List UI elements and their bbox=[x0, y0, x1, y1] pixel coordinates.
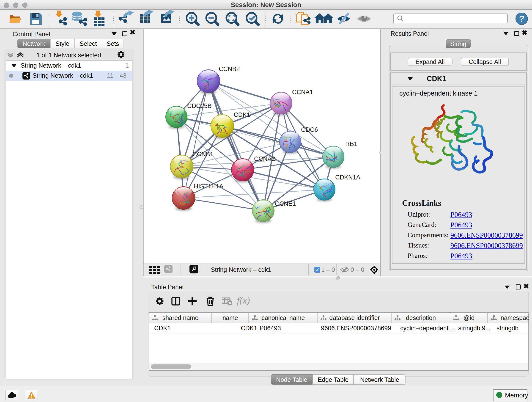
svg-text:CCNB1: CCNB1 bbox=[192, 151, 214, 158]
svg-text:CCNE1: CCNE1 bbox=[275, 200, 296, 207]
svg-text:?: ? bbox=[519, 14, 524, 24]
svg-text:CDKN1A: CDKN1A bbox=[335, 174, 360, 181]
svg-text:HIST1H1A: HIST1H1A bbox=[194, 183, 223, 190]
svg-text:CCNB2: CCNB2 bbox=[219, 65, 240, 72]
svg-text:CCNA2: CCNA2 bbox=[254, 155, 275, 162]
svg-text:CDK1: CDK1 bbox=[234, 111, 250, 118]
svg-text:CDC6: CDC6 bbox=[301, 126, 318, 133]
svg-text:CCNA1: CCNA1 bbox=[292, 89, 313, 96]
svg-text:CDC25B: CDC25B bbox=[187, 102, 212, 109]
svg-text:RB1: RB1 bbox=[345, 140, 357, 147]
